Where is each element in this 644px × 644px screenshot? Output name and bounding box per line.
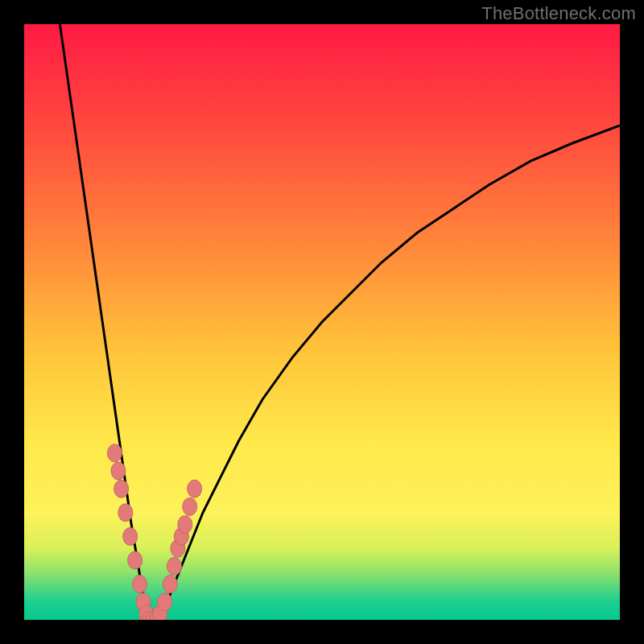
watermark-text: TheBottleneck.com <box>481 3 636 24</box>
svg-point-5 <box>128 551 142 569</box>
svg-point-13 <box>158 593 172 611</box>
svg-point-14 <box>163 576 177 593</box>
svg-point-4 <box>123 527 138 545</box>
bead-markers <box>107 444 201 620</box>
plot-area <box>24 24 620 620</box>
svg-point-1 <box>111 462 126 480</box>
curve-right-branch <box>161 126 620 620</box>
svg-point-20 <box>188 480 202 497</box>
chart-svg <box>24 24 620 620</box>
svg-point-2 <box>114 480 129 497</box>
outer-black-frame: TheBottleneck.com <box>0 0 644 644</box>
svg-point-18 <box>178 516 192 534</box>
svg-point-6 <box>133 576 147 593</box>
svg-point-15 <box>167 557 181 575</box>
svg-point-0 <box>107 444 122 462</box>
svg-point-19 <box>183 497 197 515</box>
curve-left-branch <box>60 24 161 620</box>
svg-point-3 <box>118 504 133 522</box>
